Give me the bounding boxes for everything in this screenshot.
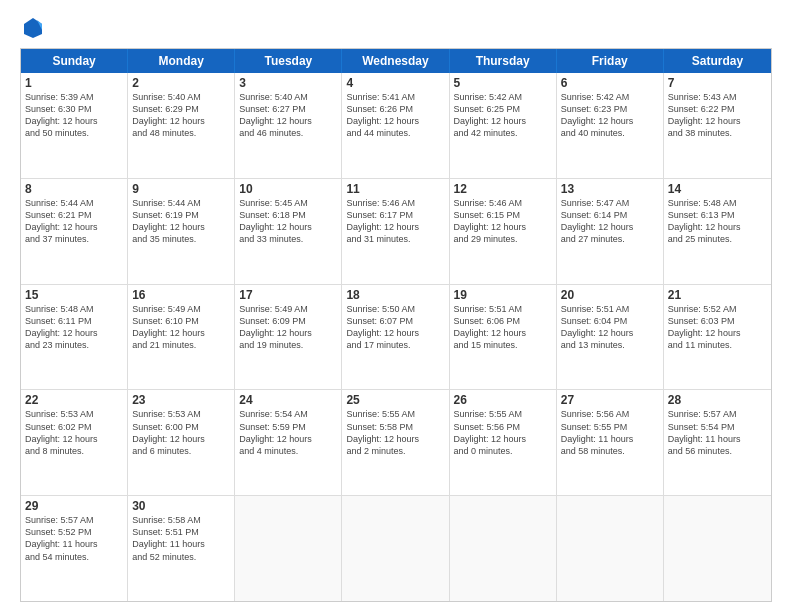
day-number: 25 [346,393,444,407]
header-day: Sunday [21,49,128,73]
day-info: Sunrise: 5:48 AMSunset: 6:13 PMDaylight:… [668,197,767,246]
day-number: 27 [561,393,659,407]
day-info: Sunrise: 5:48 AMSunset: 6:11 PMDaylight:… [25,303,123,352]
calendar-cell [664,496,771,601]
svg-marker-0 [24,18,42,38]
calendar-cell: 29Sunrise: 5:57 AMSunset: 5:52 PMDayligh… [21,496,128,601]
day-number: 23 [132,393,230,407]
day-number: 15 [25,288,123,302]
day-number: 13 [561,182,659,196]
calendar-cell: 7Sunrise: 5:43 AMSunset: 6:22 PMDaylight… [664,73,771,178]
day-number: 19 [454,288,552,302]
calendar-cell: 3Sunrise: 5:40 AMSunset: 6:27 PMDaylight… [235,73,342,178]
calendar-cell [235,496,342,601]
calendar-week: 15Sunrise: 5:48 AMSunset: 6:11 PMDayligh… [21,284,771,390]
day-info: Sunrise: 5:47 AMSunset: 6:14 PMDaylight:… [561,197,659,246]
day-number: 10 [239,182,337,196]
day-info: Sunrise: 5:51 AMSunset: 6:04 PMDaylight:… [561,303,659,352]
day-info: Sunrise: 5:42 AMSunset: 6:23 PMDaylight:… [561,91,659,140]
calendar-cell: 11Sunrise: 5:46 AMSunset: 6:17 PMDayligh… [342,179,449,284]
header-day: Tuesday [235,49,342,73]
logo [20,16,44,38]
calendar-cell: 27Sunrise: 5:56 AMSunset: 5:55 PMDayligh… [557,390,664,495]
calendar-cell: 28Sunrise: 5:57 AMSunset: 5:54 PMDayligh… [664,390,771,495]
calendar-cell: 2Sunrise: 5:40 AMSunset: 6:29 PMDaylight… [128,73,235,178]
header-day: Saturday [664,49,771,73]
day-number: 20 [561,288,659,302]
header [20,16,772,38]
day-info: Sunrise: 5:57 AMSunset: 5:54 PMDaylight:… [668,408,767,457]
logo-icon [22,16,44,38]
day-number: 9 [132,182,230,196]
day-info: Sunrise: 5:49 AMSunset: 6:10 PMDaylight:… [132,303,230,352]
day-number: 8 [25,182,123,196]
day-info: Sunrise: 5:46 AMSunset: 6:15 PMDaylight:… [454,197,552,246]
day-number: 14 [668,182,767,196]
day-info: Sunrise: 5:41 AMSunset: 6:26 PMDaylight:… [346,91,444,140]
calendar-week: 22Sunrise: 5:53 AMSunset: 6:02 PMDayligh… [21,389,771,495]
day-info: Sunrise: 5:49 AMSunset: 6:09 PMDaylight:… [239,303,337,352]
day-info: Sunrise: 5:51 AMSunset: 6:06 PMDaylight:… [454,303,552,352]
day-number: 18 [346,288,444,302]
day-number: 30 [132,499,230,513]
day-number: 16 [132,288,230,302]
day-info: Sunrise: 5:39 AMSunset: 6:30 PMDaylight:… [25,91,123,140]
day-number: 4 [346,76,444,90]
header-day: Wednesday [342,49,449,73]
calendar-cell: 25Sunrise: 5:55 AMSunset: 5:58 PMDayligh… [342,390,449,495]
day-info: Sunrise: 5:52 AMSunset: 6:03 PMDaylight:… [668,303,767,352]
day-info: Sunrise: 5:43 AMSunset: 6:22 PMDaylight:… [668,91,767,140]
calendar-cell: 16Sunrise: 5:49 AMSunset: 6:10 PMDayligh… [128,285,235,390]
day-info: Sunrise: 5:45 AMSunset: 6:18 PMDaylight:… [239,197,337,246]
calendar-week: 29Sunrise: 5:57 AMSunset: 5:52 PMDayligh… [21,495,771,601]
calendar-cell [342,496,449,601]
calendar-cell: 26Sunrise: 5:55 AMSunset: 5:56 PMDayligh… [450,390,557,495]
calendar-cell [557,496,664,601]
calendar-cell: 4Sunrise: 5:41 AMSunset: 6:26 PMDaylight… [342,73,449,178]
day-number: 29 [25,499,123,513]
day-number: 7 [668,76,767,90]
day-info: Sunrise: 5:57 AMSunset: 5:52 PMDaylight:… [25,514,123,563]
day-info: Sunrise: 5:46 AMSunset: 6:17 PMDaylight:… [346,197,444,246]
calendar-body: 1Sunrise: 5:39 AMSunset: 6:30 PMDaylight… [21,73,771,601]
day-info: Sunrise: 5:44 AMSunset: 6:19 PMDaylight:… [132,197,230,246]
day-info: Sunrise: 5:55 AMSunset: 5:56 PMDaylight:… [454,408,552,457]
calendar-cell: 30Sunrise: 5:58 AMSunset: 5:51 PMDayligh… [128,496,235,601]
day-info: Sunrise: 5:44 AMSunset: 6:21 PMDaylight:… [25,197,123,246]
calendar-cell: 8Sunrise: 5:44 AMSunset: 6:21 PMDaylight… [21,179,128,284]
calendar-cell: 21Sunrise: 5:52 AMSunset: 6:03 PMDayligh… [664,285,771,390]
day-number: 5 [454,76,552,90]
day-info: Sunrise: 5:53 AMSunset: 6:00 PMDaylight:… [132,408,230,457]
day-info: Sunrise: 5:53 AMSunset: 6:02 PMDaylight:… [25,408,123,457]
day-number: 1 [25,76,123,90]
calendar-cell: 24Sunrise: 5:54 AMSunset: 5:59 PMDayligh… [235,390,342,495]
calendar-cell: 20Sunrise: 5:51 AMSunset: 6:04 PMDayligh… [557,285,664,390]
calendar-cell: 1Sunrise: 5:39 AMSunset: 6:30 PMDaylight… [21,73,128,178]
day-number: 21 [668,288,767,302]
calendar-cell [450,496,557,601]
calendar-cell: 15Sunrise: 5:48 AMSunset: 6:11 PMDayligh… [21,285,128,390]
day-info: Sunrise: 5:55 AMSunset: 5:58 PMDaylight:… [346,408,444,457]
day-number: 28 [668,393,767,407]
calendar-cell: 19Sunrise: 5:51 AMSunset: 6:06 PMDayligh… [450,285,557,390]
calendar-cell: 12Sunrise: 5:46 AMSunset: 6:15 PMDayligh… [450,179,557,284]
calendar-cell: 9Sunrise: 5:44 AMSunset: 6:19 PMDaylight… [128,179,235,284]
day-number: 11 [346,182,444,196]
calendar-cell: 13Sunrise: 5:47 AMSunset: 6:14 PMDayligh… [557,179,664,284]
calendar-cell: 22Sunrise: 5:53 AMSunset: 6:02 PMDayligh… [21,390,128,495]
calendar-cell: 6Sunrise: 5:42 AMSunset: 6:23 PMDaylight… [557,73,664,178]
header-day: Friday [557,49,664,73]
header-day: Monday [128,49,235,73]
calendar-cell: 10Sunrise: 5:45 AMSunset: 6:18 PMDayligh… [235,179,342,284]
day-info: Sunrise: 5:56 AMSunset: 5:55 PMDaylight:… [561,408,659,457]
calendar-cell: 18Sunrise: 5:50 AMSunset: 6:07 PMDayligh… [342,285,449,390]
day-number: 12 [454,182,552,196]
calendar: SundayMondayTuesdayWednesdayThursdayFrid… [20,48,772,602]
calendar-cell: 17Sunrise: 5:49 AMSunset: 6:09 PMDayligh… [235,285,342,390]
day-number: 26 [454,393,552,407]
calendar-week: 8Sunrise: 5:44 AMSunset: 6:21 PMDaylight… [21,178,771,284]
calendar-cell: 14Sunrise: 5:48 AMSunset: 6:13 PMDayligh… [664,179,771,284]
day-number: 3 [239,76,337,90]
day-info: Sunrise: 5:54 AMSunset: 5:59 PMDaylight:… [239,408,337,457]
header-day: Thursday [450,49,557,73]
